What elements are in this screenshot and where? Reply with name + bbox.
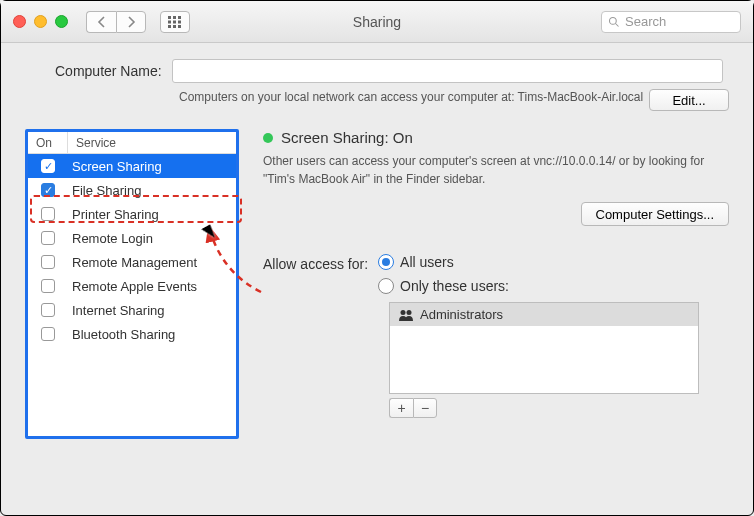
radio-icon (378, 254, 394, 270)
service-row[interactable]: ✓File Sharing (28, 178, 236, 202)
network-access-text: Computers on your local network can acce… (179, 89, 649, 106)
service-checkbox[interactable] (41, 327, 55, 341)
add-user-button[interactable]: + (389, 398, 413, 418)
group-icon (398, 309, 414, 321)
svg-rect-8 (178, 25, 181, 28)
users-controls: + − (389, 398, 729, 418)
svg-rect-0 (168, 16, 171, 19)
back-button[interactable] (86, 11, 116, 33)
minimize-window-button[interactable] (34, 15, 47, 28)
user-label: Administrators (420, 307, 503, 322)
access-text-row: Computers on your local network can acce… (25, 89, 729, 111)
service-row[interactable]: Remote Apple Events (28, 274, 236, 298)
only-users-label: Only these users: (400, 278, 509, 294)
service-checkbox[interactable]: ✓ (41, 183, 55, 197)
allow-access-label: Allow access for: (263, 254, 368, 272)
service-row[interactable]: Internet Sharing (28, 298, 236, 322)
service-row[interactable]: Remote Management (28, 250, 236, 274)
detail-panel: Screen Sharing: On Other users can acces… (263, 129, 729, 439)
status-indicator-icon (263, 133, 273, 143)
content-area: Computer Name: Computers on your local n… (1, 43, 753, 449)
service-row[interactable]: Printer Sharing (28, 202, 236, 226)
grid-icon (168, 16, 182, 28)
only-users-radio[interactable]: Only these users: (378, 278, 509, 294)
search-icon (608, 16, 620, 28)
all-users-label: All users (400, 254, 454, 270)
status-title: Screen Sharing: On (281, 129, 413, 146)
forward-button[interactable] (116, 11, 146, 33)
header-service: Service (68, 136, 116, 150)
service-checkbox[interactable]: ✓ (41, 159, 55, 173)
traffic-lights (13, 15, 68, 28)
service-label: Screen Sharing (68, 159, 162, 174)
close-window-button[interactable] (13, 15, 26, 28)
computer-name-label: Computer Name: (55, 63, 162, 79)
service-label: Remote Apple Events (68, 279, 197, 294)
search-input[interactable]: Search (601, 11, 741, 33)
main-panel: On Service ✓Screen Sharing✓File SharingP… (25, 129, 729, 439)
service-checkbox[interactable] (41, 279, 55, 293)
service-checkbox[interactable] (41, 231, 55, 245)
status-description: Other users can access your computer's s… (263, 152, 729, 188)
computer-name-input[interactable] (172, 59, 723, 83)
zoom-window-button[interactable] (55, 15, 68, 28)
header-on: On (28, 132, 68, 153)
svg-rect-2 (178, 16, 181, 19)
users-list[interactable]: Administrators (389, 302, 699, 394)
search-placeholder: Search (625, 14, 666, 29)
status-row: Screen Sharing: On (263, 129, 729, 146)
service-row[interactable]: Bluetooth Sharing (28, 322, 236, 346)
all-users-radio[interactable]: All users (378, 254, 509, 270)
show-all-button[interactable] (160, 11, 190, 33)
service-label: Printer Sharing (68, 207, 159, 222)
svg-rect-6 (168, 25, 171, 28)
service-row[interactable]: Remote Login (28, 226, 236, 250)
svg-rect-7 (173, 25, 176, 28)
titlebar: Sharing Search (1, 1, 753, 43)
service-label: Bluetooth Sharing (68, 327, 175, 342)
service-label: Remote Login (68, 231, 153, 246)
window-title: Sharing (353, 14, 401, 30)
svg-point-9 (610, 17, 617, 24)
service-row[interactable]: ✓Screen Sharing (28, 154, 236, 178)
svg-rect-4 (173, 20, 176, 23)
svg-rect-5 (178, 20, 181, 23)
service-checkbox[interactable] (41, 303, 55, 317)
service-checkbox[interactable] (41, 207, 55, 221)
service-checkbox[interactable] (41, 255, 55, 269)
svg-point-12 (407, 310, 412, 315)
service-label: File Sharing (68, 183, 141, 198)
allow-access-row: Allow access for: All users Only these u… (263, 254, 729, 294)
services-header: On Service (28, 132, 236, 154)
service-label: Internet Sharing (68, 303, 165, 318)
svg-point-11 (401, 310, 406, 315)
radio-icon (378, 278, 394, 294)
svg-rect-3 (168, 20, 171, 23)
nav-buttons (86, 11, 146, 33)
computer-name-row: Computer Name: (25, 59, 729, 83)
services-list[interactable]: On Service ✓Screen Sharing✓File SharingP… (25, 129, 239, 439)
svg-rect-1 (173, 16, 176, 19)
user-row[interactable]: Administrators (390, 303, 698, 326)
computer-settings-button[interactable]: Computer Settings... (581, 202, 730, 226)
svg-line-10 (616, 23, 619, 26)
service-label: Remote Management (68, 255, 197, 270)
remove-user-button[interactable]: − (413, 398, 437, 418)
edit-hostname-button[interactable]: Edit... (649, 89, 729, 111)
sharing-window: Sharing Search Computer Name: Computers … (0, 0, 754, 516)
access-radio-group: All users Only these users: (378, 254, 509, 294)
